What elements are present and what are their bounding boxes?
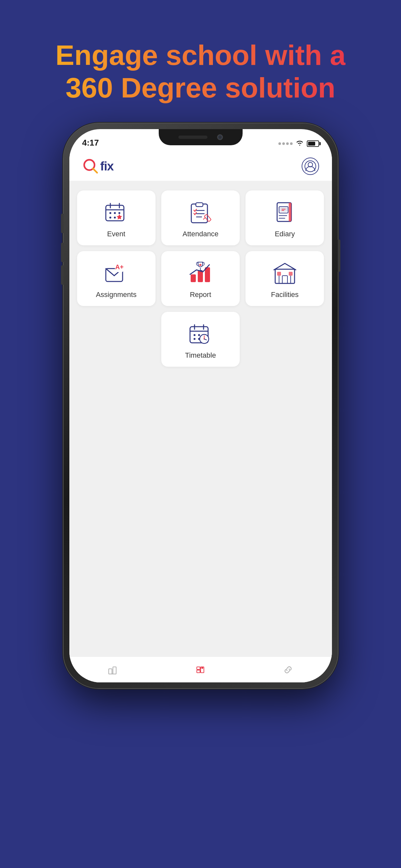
speaker [178,135,207,139]
wifi-icon [296,140,304,148]
menu-item-report[interactable]: Report [161,251,240,306]
svg-point-12 [114,217,116,219]
phone-screen: 4:17 [69,129,332,682]
timetable-icon [186,321,215,347]
svg-rect-59 [197,667,200,670]
attendance-label: Attendance [182,230,219,238]
svg-rect-32 [191,274,196,282]
svg-rect-57 [113,667,116,674]
svg-point-48 [198,334,200,336]
svg-rect-38 [282,276,288,283]
status-icons [278,140,319,148]
app-logo: fix [82,158,113,175]
logo-q-icon [82,158,99,175]
report-label: Report [190,290,211,299]
svg-rect-56 [109,669,112,674]
headline-section: Engage school with a 360 Degree solution [30,39,372,104]
svg-rect-60 [197,670,200,673]
menu-grid: Event [77,190,324,367]
report-icon [186,260,215,286]
svg-rect-37 [275,269,295,283]
bottom-nav [69,657,332,682]
menu-item-assignments[interactable]: A+ Assignments [77,251,156,306]
svg-point-8 [109,212,111,214]
svg-point-47 [194,334,196,336]
app-header: fix [69,152,332,181]
menu-item-ediary[interactable]: Ediary [245,190,324,245]
user-avatar-button[interactable] [302,157,319,175]
phone-shell: 4:17 [64,123,338,688]
ediary-icon [270,199,299,225]
event-label: Event [107,230,125,238]
svg-point-10 [119,212,120,214]
headline-text: Engage school with a 360 Degree solution [56,39,346,104]
phone-notch [159,129,243,145]
svg-point-9 [114,212,116,214]
assignments-label: Assignments [96,290,136,299]
svg-text:A+: A+ [115,264,124,271]
logo-text: fix [100,159,113,173]
svg-rect-39 [277,272,281,276]
svg-point-11 [109,217,111,219]
menu-item-facilities[interactable]: Facilities [245,251,324,306]
assignments-icon: A+ [102,260,131,286]
timetable-label: Timetable [185,351,216,360]
facilities-label: Facilities [271,290,299,299]
menu-item-timetable[interactable]: Timetable [161,312,240,367]
nav-home[interactable] [195,664,206,675]
nav-dashboard[interactable] [107,664,119,675]
menu-item-attendance[interactable]: Attendance [161,190,240,245]
svg-point-62 [202,667,203,669]
svg-line-19 [203,217,205,219]
attendance-icon [186,199,215,225]
svg-point-50 [194,338,196,340]
svg-point-2 [308,162,312,167]
facilities-icon [270,260,299,286]
svg-rect-14 [196,203,203,207]
signal-icon [278,142,293,145]
menu-item-event[interactable]: Event [77,190,156,245]
status-time: 4:17 [82,138,99,148]
nav-link[interactable] [282,664,294,675]
phone-mockup: 4:17 [64,123,338,688]
svg-line-1 [93,168,97,173]
ediary-label: Ediary [275,230,295,238]
battery-icon [307,141,319,147]
svg-rect-33 [198,271,203,282]
svg-rect-21 [289,203,291,221]
app-content: Event [69,181,332,657]
svg-rect-40 [289,272,293,276]
event-icon [102,199,131,225]
camera [217,134,223,140]
